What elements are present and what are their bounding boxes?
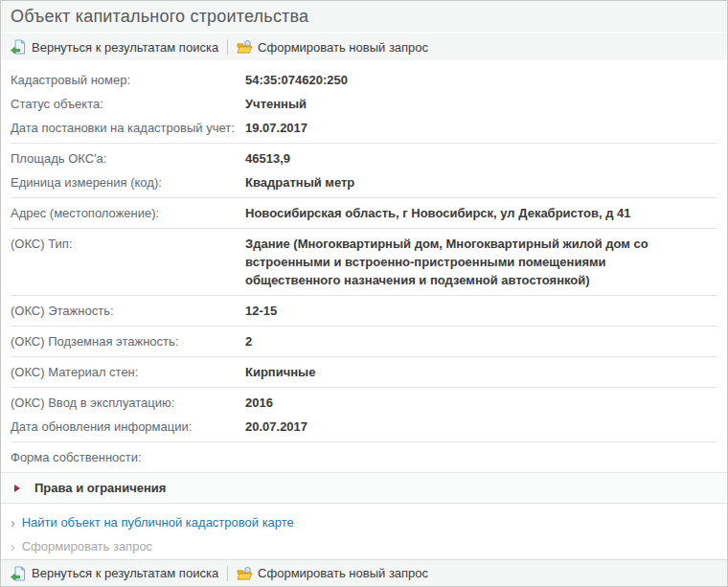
field-row-underground-floors: (ОКС) Подземная этажность: 2 bbox=[11, 329, 717, 353]
group-floors: (ОКС) Этажность: 12-15 bbox=[11, 296, 717, 327]
field-value: Кирпичные bbox=[245, 363, 717, 381]
group-dates: (ОКС) Ввод в эксплуатацию: 2016 Дата обн… bbox=[11, 388, 717, 442]
form-request-link[interactable]: › Сформировать запрос bbox=[11, 534, 717, 558]
new-request-label: Сформировать новый запрос bbox=[258, 566, 428, 580]
new-request-link[interactable]: Сформировать новый запрос bbox=[237, 39, 428, 55]
field-row-cadastral-number: Кадастровый номер: 54:35:074620:250 bbox=[11, 68, 717, 92]
field-value: 12-15 bbox=[245, 302, 717, 320]
group-ownership: Форма собственности: bbox=[11, 442, 717, 472]
group-cadastre: Кадастровый номер: 54:35:074620:250 Стат… bbox=[11, 65, 717, 144]
group-type: (ОКС) Тип: Здание (Многоквартирный дом, … bbox=[11, 229, 717, 296]
field-label: Дата постановки на кадастровый учет: bbox=[11, 119, 245, 137]
oks-info-panel: Объект капитального строительства Вернут… bbox=[0, 0, 728, 587]
header: Объект капитального строительства bbox=[1, 1, 727, 34]
field-label: Адрес (местоположение): bbox=[11, 204, 245, 222]
chevron-right-icon: › bbox=[11, 517, 15, 529]
group-address: Адрес (местоположение): Новосибирская об… bbox=[11, 198, 717, 229]
top-toolbar: Вернуться к результатам поиска Сформиров… bbox=[1, 34, 727, 60]
field-label: (ОКС) Тип: bbox=[11, 235, 245, 289]
new-request-label: Сформировать новый запрос bbox=[258, 40, 428, 55]
group-wall-material: (ОКС) Материал стен: Кирпичные bbox=[11, 357, 717, 388]
field-value: 54:35:074620:250 bbox=[245, 71, 717, 89]
back-to-results-link[interactable]: Вернуться к результатам поиска bbox=[11, 39, 218, 55]
field-value: 20.07.2017 bbox=[245, 418, 717, 436]
field-label: Форма собственности: bbox=[11, 448, 245, 466]
public-cadastral-map-link[interactable]: › Найти объект на публичной кадастровой … bbox=[11, 510, 717, 534]
field-row-commissioning: (ОКС) Ввод в эксплуатацию: 2016 bbox=[11, 391, 717, 415]
field-label: Площадь ОКС'а: bbox=[11, 149, 245, 168]
field-row-floors: (ОКС) Этажность: 12-15 bbox=[11, 299, 717, 323]
field-value: 46513,9 bbox=[245, 149, 717, 168]
field-row-unit: Единица измерения (код): Квадратный метр bbox=[11, 170, 717, 194]
field-value: 2016 bbox=[245, 394, 717, 412]
public-cadastral-map-label: Найти объект на публичной кадастровой ка… bbox=[22, 515, 294, 530]
chevron-right-icon: › bbox=[11, 541, 15, 553]
field-value: Новосибирская область, г Новосибирск, ул… bbox=[245, 204, 717, 222]
rights-section-toggle[interactable]: Права и ограничения bbox=[1, 472, 727, 504]
field-row-address: Адрес (местоположение): Новосибирская об… bbox=[11, 201, 717, 225]
field-row-object-status: Статус объекта: Учтенный bbox=[11, 92, 717, 116]
page-title: Объект капитального строительства bbox=[11, 7, 308, 27]
expand-arrow-icon bbox=[14, 485, 20, 492]
bottom-toolbar: Вернуться к результатам поиска Сформиров… bbox=[1, 559, 727, 586]
field-value: 19.07.2017 bbox=[245, 119, 717, 137]
group-underground-floors: (ОКС) Подземная этажность: 2 bbox=[11, 327, 717, 357]
field-label: Единица измерения (код): bbox=[11, 173, 245, 192]
field-row-info-updated: Дата обновления информации: 20.07.2017 bbox=[11, 415, 717, 439]
field-row-oks-type: (ОКС) Тип: Здание (Многоквартирный дом, … bbox=[11, 232, 717, 292]
rights-section-label: Права и ограничения bbox=[34, 481, 166, 495]
field-row-ownership-form: Форма собственности: bbox=[11, 445, 717, 469]
group-area: Площадь ОКС'а: 46513,9 Единица измерения… bbox=[11, 144, 717, 198]
new-request-link-bottom[interactable]: Сформировать новый запрос bbox=[237, 566, 428, 581]
field-row-wall-material: (ОКС) Материал стен: Кирпичные bbox=[11, 360, 717, 384]
back-to-results-label: Вернуться к результатам поиска bbox=[32, 566, 218, 580]
content-area: Кадастровый номер: 54:35:074620:250 Стат… bbox=[1, 60, 727, 559]
field-label: (ОКС) Материал стен: bbox=[11, 363, 245, 381]
field-value: Квадратный метр bbox=[245, 173, 717, 192]
back-document-icon bbox=[11, 566, 27, 581]
field-label: Дата обновления информации: bbox=[11, 418, 245, 436]
folder-search-icon bbox=[237, 39, 253, 55]
back-document-icon bbox=[11, 39, 27, 55]
field-value: Здание (Многоквартирный дом, Многокварти… bbox=[245, 235, 717, 289]
field-value bbox=[245, 448, 717, 466]
field-label: Кадастровый номер: bbox=[11, 71, 245, 89]
toolbar-separator bbox=[227, 39, 228, 55]
field-row-area: Площадь ОКС'а: 46513,9 bbox=[11, 147, 717, 170]
toolbar-separator bbox=[227, 566, 228, 581]
field-value: Учтенный bbox=[245, 95, 717, 113]
field-label: (ОКС) Подземная этажность: bbox=[11, 332, 245, 350]
back-to-results-link-bottom[interactable]: Вернуться к результатам поиска bbox=[11, 566, 218, 581]
form-request-label: Сформировать запрос bbox=[22, 539, 152, 553]
field-label: (ОКС) Ввод в эксплуатацию: bbox=[11, 394, 245, 412]
quick-links: › Найти объект на публичной кадастровой … bbox=[11, 504, 717, 559]
field-label: Статус объекта: bbox=[11, 95, 245, 113]
back-to-results-label: Вернуться к результатам поиска bbox=[32, 40, 218, 55]
field-value: 2 bbox=[245, 332, 717, 350]
field-label: (ОКС) Этажность: bbox=[11, 302, 245, 320]
folder-search-icon bbox=[237, 566, 253, 581]
field-row-registration-date: Дата постановки на кадастровый учет: 19.… bbox=[11, 116, 717, 140]
